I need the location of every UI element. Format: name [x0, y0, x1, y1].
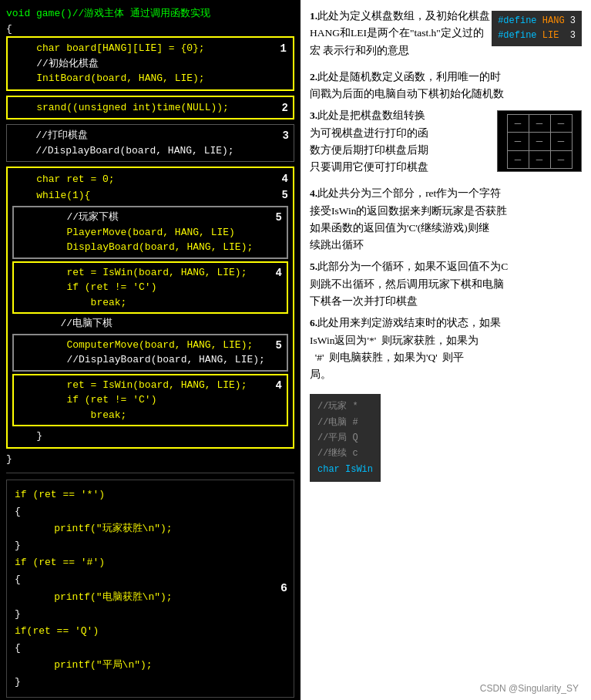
- section5-num: 5.: [310, 261, 317, 272]
- define2-line: #define LIE 3: [498, 29, 576, 43]
- if-hash: if (ret == '#'): [15, 554, 286, 571]
- inner-block-computer: ComputerMove(board, HANG, LIE); //Displa…: [12, 334, 288, 372]
- cell-3-1: —: [507, 150, 529, 168]
- divider: [6, 473, 294, 473]
- board-visual: — — — — — — — — —: [497, 110, 582, 172]
- brace-open2: {: [15, 571, 286, 588]
- cell-1-3: —: [550, 114, 572, 132]
- code-block-3: 3 //打印棋盘 //DisplayBoard(board, HANG, LIE…: [6, 124, 294, 162]
- board-table: — — — — — — — — —: [507, 114, 573, 169]
- code-block1-line2: //初始化棋盘: [12, 56, 288, 72]
- define1-line: #define HANG 3: [498, 14, 576, 29]
- brace-open1: {: [15, 503, 286, 520]
- code-block-2-wrap: 2 srand((unsigned int)time(NULL));: [6, 96, 294, 120]
- footer: CSDN @Singularity_SY: [480, 681, 579, 696]
- srand-line: srand((unsigned int)time(NULL));: [12, 100, 288, 116]
- section-3: — — — — — — — — — 3.此处是把棋盘数组转换为可视棋盘进行打印的…: [310, 107, 582, 180]
- badge-2: 2: [282, 100, 288, 116]
- iswin-line2: //电脑 #: [317, 415, 373, 430]
- badge-6: 6: [280, 579, 287, 599]
- badge-3: 3: [283, 128, 289, 144]
- badge-4a: 4: [282, 171, 288, 187]
- iswin-line1: //玩家 *: [317, 399, 373, 414]
- iswin-line2: ret = IsWin(board, HANG, LIE);: [18, 378, 247, 393]
- cell-3-2: —: [529, 150, 550, 168]
- brace-close3: }: [15, 674, 286, 691]
- break-line1: break;: [18, 295, 247, 311]
- printf-computer-win: printf("电脑获胜\n");: [15, 589, 286, 606]
- section4-text: 4.此处共分为三个部分，ret作为一个字符接受IsWin的返回数据来判断玩家是否…: [310, 185, 582, 254]
- brace-close1: }: [15, 537, 286, 554]
- badge-5a: 5: [282, 187, 288, 204]
- code-block-2: 2 srand((unsigned int)time(NULL));: [6, 96, 294, 120]
- code-block1-line1: char board[HANG][LIE] = {0};: [12, 41, 288, 56]
- display-board-line1: DisplayBoard(board, HANG, LIE);: [18, 240, 253, 255]
- badge-5b: 5: [276, 210, 282, 226]
- ifret-line1: if (ret != 'C'): [18, 280, 247, 295]
- iswin-box: //玩家 * //电脑 # //平局 Q //继续 c char IsWin: [310, 394, 381, 482]
- cell-1-2: —: [529, 114, 550, 132]
- break-line2: break;: [18, 408, 247, 423]
- inner-block-iswin2: ret = IsWin(board, HANG, LIE); if (ret !…: [12, 374, 288, 427]
- code-block-1: 1 char board[HANG][LIE] = {0}; //初始化棋盘 I…: [6, 36, 294, 91]
- brace-close2: }: [15, 606, 286, 623]
- board-row-3: — — —: [507, 150, 572, 168]
- iswin-line1: ret = IsWin(board, HANG, LIE);: [18, 265, 247, 281]
- while-close: }: [12, 429, 288, 444]
- section5-text: 5.此部分为一个循环，如果不返回值不为C则跳不出循环，然后调用玩家下棋和电脑下棋…: [310, 258, 582, 310]
- void-game-line: void game()//游戏主体 通过调用函数实现: [6, 6, 294, 22]
- open-brace: {: [6, 22, 294, 37]
- if-star: if (ret == '*'): [15, 486, 286, 503]
- cell-2-1: —: [507, 133, 529, 150]
- bottom-code-block: 6 if (ret == '*') { printf("玩家获胜\n"); } …: [6, 480, 294, 698]
- left-panel: void game()//游戏主体 通过调用函数实现 { 1 char boar…: [0, 0, 301, 700]
- badge-4b: 4: [276, 265, 282, 281]
- badge-4c: 4: [276, 378, 282, 394]
- iswin-line3: //平局 Q: [317, 430, 373, 446]
- cell-2-2: —: [529, 133, 550, 150]
- section-1: #define HANG 3 #define LIE 3 1.此处为定义棋盘数组…: [310, 8, 582, 64]
- define-box: #define HANG 3 #define LIE 3: [492, 11, 582, 46]
- display-board-comment2: //DisplayBoard(board, HANG, LIE);: [18, 352, 265, 368]
- char-ret-line: char ret = 0;: [12, 172, 279, 187]
- iswin-line5: char IsWin: [317, 462, 373, 477]
- badge-1: 1: [280, 41, 287, 57]
- cell-1-1: —: [507, 114, 529, 132]
- section6-text: 6.此处用来判定游戏结束时的状态，如果IsWin返回为'*' 则玩家获胜，如果为…: [310, 315, 582, 383]
- code-block1-line3: InitBoard(board, HANG, LIE);: [12, 71, 288, 86]
- print-comment: //打印棋盘: [12, 128, 289, 143]
- computer-comment: //电脑下棋: [12, 316, 288, 331]
- section4-num: 4.: [310, 187, 317, 199]
- board-row-1: — — —: [507, 114, 572, 132]
- outer-close: }: [6, 452, 294, 467]
- section2-text: 2.此处是随机数定义函数，利用唯一的时间戳为后面的电脑自动下棋初始化随机数: [310, 69, 582, 103]
- while-line: while(1){: [12, 188, 279, 204]
- section2-num: 2.: [310, 71, 317, 82]
- section3-num: 3.: [310, 109, 317, 121]
- cell-3-3: —: [550, 150, 572, 168]
- printf-draw: printf("平局\n");: [15, 657, 286, 674]
- player-move-line: PlayerMove(board, HANG, LIE): [18, 225, 253, 241]
- section1-num: 1.: [310, 10, 317, 22]
- badge-5c: 5: [276, 338, 282, 354]
- board-row-2: — — —: [507, 133, 572, 150]
- computer-move-line: ComputerMove(board, HANG, LIE);: [18, 338, 265, 353]
- inner-block-iswin1: ret = IsWin(board, HANG, LIE); if (ret !…: [12, 261, 288, 315]
- code-block-4: char ret = 0; 4 while(1){ 5 //玩家下棋 Playe…: [6, 167, 294, 449]
- inner-block-player: //玩家下棋 PlayerMove(board, HANG, LIE) Disp…: [12, 206, 288, 259]
- brace-open3: {: [15, 640, 286, 657]
- iswin-line4: //继续 c: [317, 446, 373, 461]
- section6-num: 6.: [310, 317, 317, 328]
- if-Q: if(ret == 'Q'): [15, 623, 286, 640]
- displayboard-comment: //DisplayBoard(board, HANG, LIE);: [12, 143, 289, 159]
- printf-player-win: printf("玩家获胜\n");: [15, 520, 286, 537]
- cell-2-3: —: [550, 133, 572, 150]
- player-comment: //玩家下棋: [18, 210, 253, 225]
- right-panel: #define HANG 3 #define LIE 3 1.此处为定义棋盘数组…: [301, 0, 591, 700]
- ifret-line2: if (ret != 'C'): [18, 392, 247, 408]
